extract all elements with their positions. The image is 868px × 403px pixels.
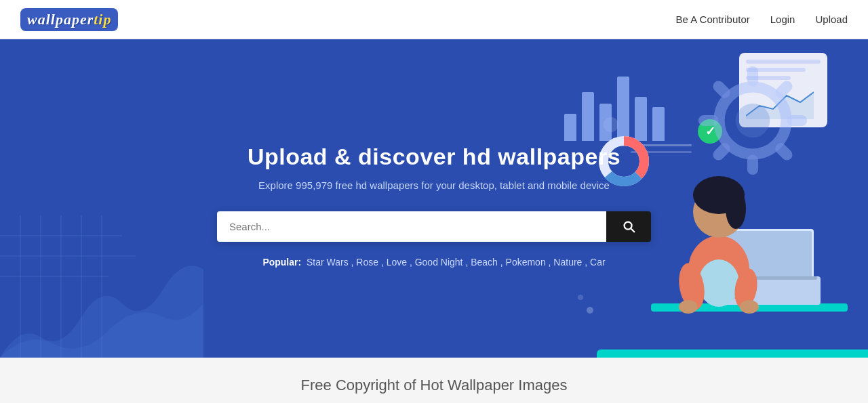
search-input[interactable] bbox=[217, 211, 606, 242]
nav-link-upload[interactable]: Upload bbox=[815, 14, 848, 25]
popular-tags: Popular: Star Wars , Rose , Love , Good … bbox=[197, 257, 671, 268]
dot-deco-1 bbox=[587, 307, 593, 314]
navbar: wallpapertip Be A Contributor Login Uplo… bbox=[0, 0, 868, 39]
svg-line-14 bbox=[719, 87, 725, 93]
nav-link-login[interactable]: Login bbox=[770, 14, 795, 25]
svg-line-16 bbox=[781, 87, 787, 93]
footer-title: Free Copyright of Hot Wallpaper Images bbox=[0, 377, 868, 394]
logo-text: wallpaper bbox=[27, 11, 94, 28]
hero-subtitle: Explore 995,979 free hd wallpapers for y… bbox=[197, 179, 671, 191]
dot-deco-2 bbox=[578, 295, 583, 300]
bar-4 bbox=[617, 77, 629, 141]
hero-section: ✓ bbox=[0, 39, 868, 358]
svg-point-27 bbox=[698, 259, 739, 307]
bar-2 bbox=[582, 92, 594, 141]
nav-links: Be A Contributor Login Upload bbox=[676, 14, 848, 25]
desk-shelf bbox=[597, 349, 868, 358]
svg-point-34 bbox=[740, 300, 759, 314]
popular-tags-list[interactable]: Star Wars , Rose , Love , Good Night , B… bbox=[307, 257, 606, 268]
hero-content: Upload & discover hd wallpapers Explore … bbox=[197, 144, 671, 268]
nav-link-contributor[interactable]: Be A Contributor bbox=[676, 14, 750, 25]
wave-decoration bbox=[0, 215, 203, 358]
logo[interactable]: wallpapertip bbox=[20, 8, 118, 31]
popular-label: Popular: bbox=[262, 257, 301, 268]
search-bar bbox=[217, 211, 651, 242]
svg-point-30 bbox=[726, 188, 746, 229]
svg-point-33 bbox=[679, 300, 698, 314]
footer-section: Free Copyright of Hot Wallpaper Images bbox=[0, 358, 868, 403]
search-button[interactable] bbox=[606, 211, 651, 242]
search-icon bbox=[621, 219, 636, 234]
bar-1 bbox=[564, 114, 576, 141]
logo-tip: tip bbox=[94, 11, 111, 28]
hero-title: Upload & discover hd wallpapers bbox=[197, 144, 671, 170]
